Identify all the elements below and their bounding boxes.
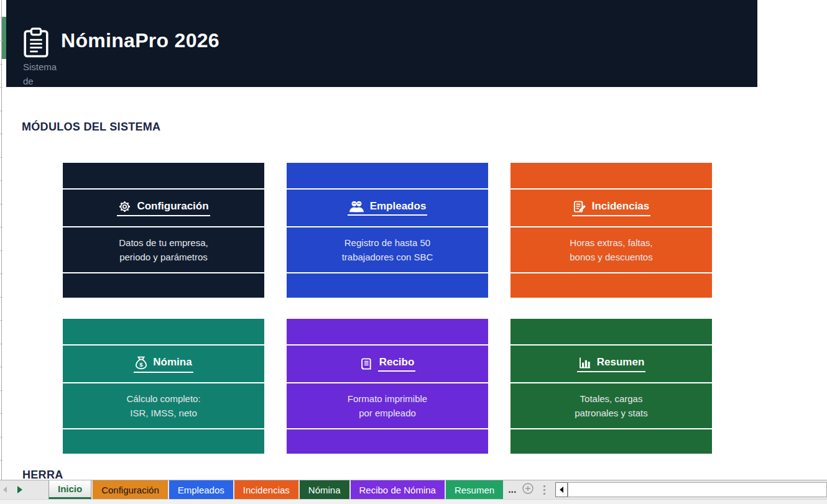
hidden-cell-fragment — [2, 17, 6, 59]
app-header: NóminaPro 2026 Sistema de — [6, 0, 757, 87]
card-band — [287, 272, 488, 298]
row-gridline-tick — [0, 180, 2, 181]
row-gridline-tick — [0, 87, 2, 88]
sheet-tab-resumen[interactable]: Resumen — [446, 480, 503, 499]
tabbar-divider-handle[interactable] — [543, 480, 545, 499]
module-title: Configuración — [137, 200, 208, 213]
sheet-tab-recibo-de-nomina[interactable]: Recibo de Nómina — [351, 480, 445, 499]
section-title: MÓDULOS DEL SISTEMA — [22, 121, 160, 134]
sheet-nav-left-icon[interactable] — [3, 487, 7, 493]
row-gridline-tick — [0, 134, 2, 134]
row-gridline-tick — [0, 250, 2, 251]
row-gridline-tick — [0, 413, 2, 414]
row-gridline-tick — [0, 390, 2, 391]
module-link-row[interactable]: Resumen — [511, 344, 712, 382]
module-link-row[interactable]: Incidencias — [511, 188, 712, 226]
row-gridline-tick — [0, 460, 2, 460]
sheet-nav-right-icon[interactable] — [17, 486, 22, 493]
module-description: Totales, cargas patronales y stats — [511, 382, 712, 428]
money-bag-icon: $ — [135, 355, 147, 370]
card-band — [287, 319, 488, 344]
module-link-row[interactable]: Recibo — [287, 344, 488, 382]
module-card-nomina[interactable]: $ Nómina Cálculo completo: ISR, IMSS, ne… — [63, 319, 264, 454]
sheet-tab-incidencias[interactable]: Incidencias — [234, 480, 298, 499]
module-description: Datos de tu empresa, periodo y parámetro… — [63, 226, 264, 272]
gear-icon — [118, 200, 131, 213]
row-gridline-tick — [0, 297, 2, 298]
row-gridline-tick — [0, 204, 2, 204]
clipped-section-heading: HERRA — [22, 469, 63, 480]
app-subtitle-line1: Sistema — [23, 62, 57, 72]
row-gridline-tick — [0, 157, 2, 158]
module-description: Horas extras, faltas, bonos y descuentos — [511, 226, 712, 272]
row-gridline-tick — [0, 344, 2, 344]
sheet-tab-nomina[interactable]: Nómina — [300, 480, 349, 499]
card-band — [63, 319, 264, 344]
row-gridline-tick — [0, 367, 2, 367]
sheet-tabs: Inicio Configuración Empleados Incidenci… — [49, 480, 503, 499]
module-title: Recibo — [379, 356, 415, 369]
card-band — [63, 272, 264, 298]
card-band — [63, 163, 264, 188]
column-gridline — [1, 0, 2, 480]
card-band — [511, 319, 712, 344]
scroll-left-icon — [560, 487, 563, 493]
module-title: Empleados — [370, 200, 427, 213]
sheet-tab-inicio[interactable]: Inicio — [49, 480, 91, 499]
row-gridline-tick — [0, 40, 2, 41]
row-gridline-tick — [0, 437, 2, 438]
horizontal-scrollbar[interactable] — [568, 482, 827, 497]
bar-chart-icon — [578, 356, 591, 369]
workbook-canvas: NóminaPro 2026 Sistema de MÓDULOS DEL SI… — [0, 0, 827, 504]
card-band — [287, 428, 488, 454]
module-card-empleados[interactable]: Empleados Registro de hasta 50 trabajado… — [287, 163, 488, 298]
app-title: NóminaPro 2026 — [61, 29, 219, 52]
memo-pencil-icon — [573, 200, 586, 213]
status-strip — [0, 499, 827, 504]
module-link-row[interactable]: Empleados — [287, 188, 488, 226]
card-band — [511, 163, 712, 188]
modules-row-1: Configuración Datos de tu empresa, perio… — [63, 163, 712, 298]
module-description: Formato imprimible por empleado — [287, 382, 488, 428]
sheet-tab-empleados[interactable]: Empleados — [169, 480, 233, 499]
receipt-scroll-icon — [359, 357, 372, 370]
add-sheet-button[interactable] — [522, 480, 534, 499]
card-band — [63, 428, 264, 454]
module-card-incidencias[interactable]: Incidencias Horas extras, faltas, bonos … — [511, 163, 712, 298]
hscroll-left-button[interactable] — [555, 482, 568, 497]
add-sheet-icon — [522, 483, 534, 497]
row-gridline-tick — [0, 111, 2, 111]
module-description: Cálculo completo: ISR, IMSS, neto — [63, 382, 264, 428]
card-band — [287, 163, 488, 188]
svg-text:$: $ — [140, 361, 144, 368]
sheet-tab-configuracion[interactable]: Configuración — [93, 480, 168, 499]
modules-row-2: $ Nómina Cálculo completo: ISR, IMSS, ne… — [63, 319, 712, 454]
module-description: Registro de hasta 50 trabajadores con SB… — [287, 226, 488, 272]
row-gridline-tick — [0, 227, 2, 227]
card-band — [511, 428, 712, 454]
card-band — [511, 272, 712, 298]
row-gridline-tick — [0, 17, 2, 18]
row-gridline-tick — [0, 320, 2, 321]
row-gridline-tick — [0, 64, 2, 65]
sheet-tabs-overflow[interactable]: ... — [508, 480, 516, 499]
app-subtitle-line2: de — [23, 76, 34, 86]
module-card-configuracion[interactable]: Configuración Datos de tu empresa, perio… — [63, 163, 264, 298]
sheet-nav-arrows — [0, 480, 49, 499]
module-title: Resumen — [597, 356, 645, 369]
module-card-recibo[interactable]: Recibo Formato imprimible por empleado — [287, 319, 488, 454]
sheet-tab-bar: Inicio Configuración Empleados Incidenci… — [0, 480, 827, 499]
module-link-row[interactable]: Configuración — [63, 188, 264, 226]
module-card-resumen[interactable]: Resumen Totales, cargas patronales y sta… — [511, 319, 712, 454]
row-gridline-tick — [0, 273, 2, 274]
people-icon — [349, 200, 364, 213]
clipboard-icon — [23, 27, 49, 61]
module-title: Incidencias — [592, 200, 650, 213]
module-link-row[interactable]: $ Nómina — [63, 344, 264, 382]
module-title: Nómina — [153, 356, 192, 369]
